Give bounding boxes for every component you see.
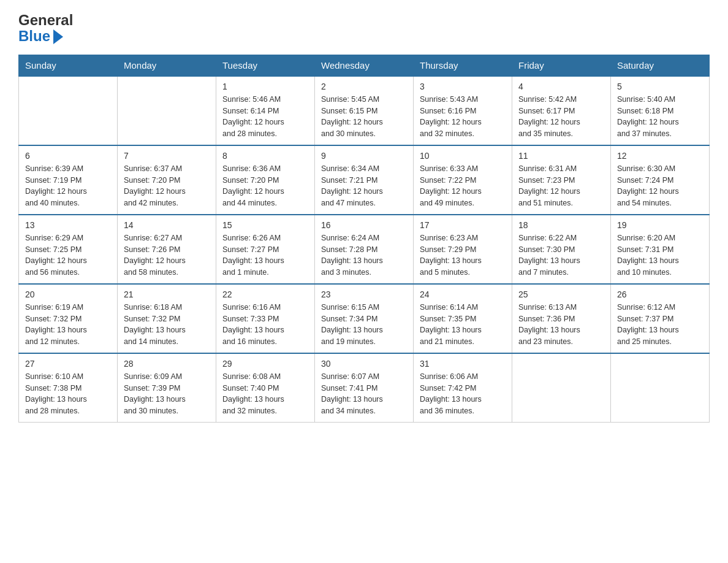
day-info: Sunrise: 6:23 AM Sunset: 7:29 PM Dayligh… [420,232,506,278]
calendar-cell: 19Sunrise: 6:20 AM Sunset: 7:31 PM Dayli… [611,215,710,284]
calendar-cell [19,76,118,145]
day-number: 19 [617,220,703,230]
day-number: 13 [25,220,111,230]
calendar-cell: 17Sunrise: 6:23 AM Sunset: 7:29 PM Dayli… [414,215,512,284]
day-number: 22 [222,289,308,299]
header-saturday: Saturday [611,55,710,76]
calendar-cell: 31Sunrise: 6:06 AM Sunset: 7:42 PM Dayli… [414,353,512,423]
day-info: Sunrise: 5:46 AM Sunset: 6:14 PM Dayligh… [222,94,308,140]
calendar-cell: 1Sunrise: 5:46 AM Sunset: 6:14 PM Daylig… [216,76,315,145]
logo: General Blue [18,12,73,45]
day-info: Sunrise: 5:43 AM Sunset: 6:16 PM Dayligh… [420,94,506,140]
day-info: Sunrise: 6:30 AM Sunset: 7:24 PM Dayligh… [617,163,703,209]
calendar-cell: 6Sunrise: 6:39 AM Sunset: 7:19 PM Daylig… [19,145,118,215]
calendar-cell: 21Sunrise: 6:18 AM Sunset: 7:32 PM Dayli… [118,284,216,353]
day-number: 7 [124,151,210,161]
calendar-cell: 3Sunrise: 5:43 AM Sunset: 6:16 PM Daylig… [414,76,512,145]
header-sunday: Sunday [19,55,118,76]
calendar-cell: 9Sunrise: 6:34 AM Sunset: 7:21 PM Daylig… [315,145,414,215]
day-info: Sunrise: 6:12 AM Sunset: 7:37 PM Dayligh… [617,302,703,348]
day-info: Sunrise: 6:39 AM Sunset: 7:19 PM Dayligh… [25,163,111,209]
calendar-cell: 4Sunrise: 5:42 AM Sunset: 6:17 PM Daylig… [512,76,611,145]
header-wednesday: Wednesday [315,55,414,76]
header-tuesday: Tuesday [216,55,315,76]
day-number: 28 [124,359,210,369]
day-info: Sunrise: 6:09 AM Sunset: 7:39 PM Dayligh… [124,371,210,417]
day-info: Sunrise: 6:29 AM Sunset: 7:25 PM Dayligh… [25,232,111,278]
day-info: Sunrise: 6:36 AM Sunset: 7:20 PM Dayligh… [222,163,308,209]
calendar-cell: 25Sunrise: 6:13 AM Sunset: 7:36 PM Dayli… [512,284,611,353]
day-info: Sunrise: 6:10 AM Sunset: 7:38 PM Dayligh… [25,371,111,417]
calendar-cell: 8Sunrise: 6:36 AM Sunset: 7:20 PM Daylig… [216,145,315,215]
calendar-cell: 14Sunrise: 6:27 AM Sunset: 7:26 PM Dayli… [118,215,216,284]
logo-general: General [18,12,73,28]
day-number: 24 [420,289,506,299]
day-number: 31 [420,359,506,369]
calendar-cell [611,353,710,423]
calendar-cell: 24Sunrise: 6:14 AM Sunset: 7:35 PM Dayli… [414,284,512,353]
calendar-cell: 30Sunrise: 6:07 AM Sunset: 7:41 PM Dayli… [315,353,414,423]
logo-blue: Blue [18,28,50,44]
day-number: 27 [25,359,111,369]
header-monday: Monday [118,55,216,76]
day-number: 21 [124,289,210,299]
day-info: Sunrise: 5:40 AM Sunset: 6:18 PM Dayligh… [617,94,703,140]
calendar-table: SundayMondayTuesdayWednesdayThursdayFrid… [18,55,710,423]
day-info: Sunrise: 6:20 AM Sunset: 7:31 PM Dayligh… [617,232,703,278]
calendar-cell: 11Sunrise: 6:31 AM Sunset: 7:23 PM Dayli… [512,145,611,215]
calendar-cell: 12Sunrise: 6:30 AM Sunset: 7:24 PM Dayli… [611,145,710,215]
calendar-cell: 27Sunrise: 6:10 AM Sunset: 7:38 PM Dayli… [19,353,118,423]
day-number: 12 [617,151,703,161]
header-thursday: Thursday [414,55,512,76]
calendar-cell: 18Sunrise: 6:22 AM Sunset: 7:30 PM Dayli… [512,215,611,284]
day-number: 11 [518,151,604,161]
day-info: Sunrise: 6:26 AM Sunset: 7:27 PM Dayligh… [222,232,308,278]
day-number: 10 [420,151,506,161]
day-info: Sunrise: 6:08 AM Sunset: 7:40 PM Dayligh… [222,371,308,417]
day-number: 6 [25,151,111,161]
day-number: 4 [518,82,604,91]
calendar-week-2: 6Sunrise: 6:39 AM Sunset: 7:19 PM Daylig… [19,145,710,215]
day-info: Sunrise: 6:16 AM Sunset: 7:33 PM Dayligh… [222,302,308,348]
day-info: Sunrise: 6:13 AM Sunset: 7:36 PM Dayligh… [518,302,604,348]
day-info: Sunrise: 6:15 AM Sunset: 7:34 PM Dayligh… [321,302,407,348]
day-info: Sunrise: 6:33 AM Sunset: 7:22 PM Dayligh… [420,163,506,209]
calendar-cell: 23Sunrise: 6:15 AM Sunset: 7:34 PM Dayli… [315,284,414,353]
day-info: Sunrise: 5:42 AM Sunset: 6:17 PM Dayligh… [518,94,604,140]
logo-arrow-icon [53,29,63,44]
day-info: Sunrise: 6:18 AM Sunset: 7:32 PM Dayligh… [124,302,210,348]
day-info: Sunrise: 5:45 AM Sunset: 6:15 PM Dayligh… [321,94,407,140]
day-number: 1 [222,82,308,91]
calendar-cell: 26Sunrise: 6:12 AM Sunset: 7:37 PM Dayli… [611,284,710,353]
calendar-cell [512,353,611,423]
calendar-cell: 15Sunrise: 6:26 AM Sunset: 7:27 PM Dayli… [216,215,315,284]
day-info: Sunrise: 6:27 AM Sunset: 7:26 PM Dayligh… [124,232,210,278]
calendar-cell: 13Sunrise: 6:29 AM Sunset: 7:25 PM Dayli… [19,215,118,284]
calendar-cell: 20Sunrise: 6:19 AM Sunset: 7:32 PM Dayli… [19,284,118,353]
calendar-week-1: 1Sunrise: 5:46 AM Sunset: 6:14 PM Daylig… [19,76,710,145]
day-number: 20 [25,289,111,299]
day-number: 16 [321,220,407,230]
day-info: Sunrise: 6:06 AM Sunset: 7:42 PM Dayligh… [420,371,506,417]
calendar-cell: 28Sunrise: 6:09 AM Sunset: 7:39 PM Dayli… [118,353,216,423]
day-info: Sunrise: 6:31 AM Sunset: 7:23 PM Dayligh… [518,163,604,209]
day-info: Sunrise: 6:07 AM Sunset: 7:41 PM Dayligh… [321,371,407,417]
day-number: 15 [222,220,308,230]
day-number: 8 [222,151,308,161]
calendar-week-4: 20Sunrise: 6:19 AM Sunset: 7:32 PM Dayli… [19,284,710,353]
day-info: Sunrise: 6:24 AM Sunset: 7:28 PM Dayligh… [321,232,407,278]
day-number: 5 [617,82,703,91]
calendar-cell: 5Sunrise: 5:40 AM Sunset: 6:18 PM Daylig… [611,76,710,145]
calendar-week-5: 27Sunrise: 6:10 AM Sunset: 7:38 PM Dayli… [19,353,710,423]
calendar-cell: 10Sunrise: 6:33 AM Sunset: 7:22 PM Dayli… [414,145,512,215]
calendar-week-3: 13Sunrise: 6:29 AM Sunset: 7:25 PM Dayli… [19,215,710,284]
day-number: 2 [321,82,407,91]
calendar-cell: 2Sunrise: 5:45 AM Sunset: 6:15 PM Daylig… [315,76,414,145]
day-info: Sunrise: 6:19 AM Sunset: 7:32 PM Dayligh… [25,302,111,348]
day-number: 29 [222,359,308,369]
calendar-cell: 29Sunrise: 6:08 AM Sunset: 7:40 PM Dayli… [216,353,315,423]
day-number: 17 [420,220,506,230]
day-info: Sunrise: 6:22 AM Sunset: 7:30 PM Dayligh… [518,232,604,278]
day-number: 26 [617,289,703,299]
page-header: General Blue [18,12,710,45]
